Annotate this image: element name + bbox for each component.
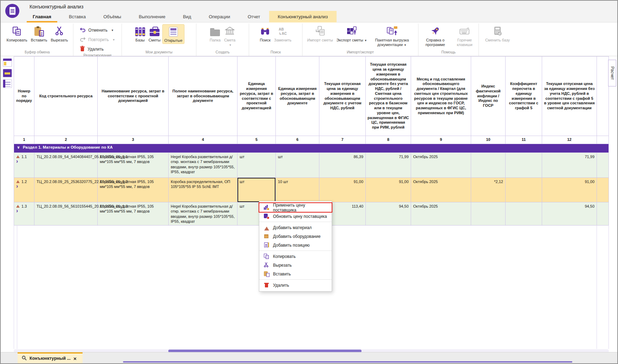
tab-glavnaya[interactable]: Главная [24,11,60,22]
row-number: 1.1 [21,154,27,159]
cell-index[interactable] [471,153,506,178]
cell-price-vat[interactable]: 91,00 [319,178,366,202]
tab-vid[interactable]: Вид [174,11,200,22]
bases-button[interactable]: Базы [134,24,147,43]
material-warning-icon [16,180,20,183]
menu-item-add-equipment[interactable]: Добавить оборудование [259,232,332,241]
col-num-7: 7 [319,136,366,144]
add-position-icon [264,242,269,248]
cell-coef[interactable] [506,153,542,178]
hotkeys-button[interactable]: Горячие клавиши [451,24,478,48]
cell-code[interactable]: ТЦ_20.2.08.09_54_5404084407_05.10.2025_0… [34,153,98,178]
search-button[interactable]: Поиск [258,24,272,43]
cell-name[interactable]: Коробка квадратная IP55, 105 мм*105 мм*5… [98,178,169,202]
delete-button[interactable]: Удалить [80,45,115,53]
undo-dropdown-icon[interactable]: ▼ [111,29,114,32]
cell-full-name[interactable]: Коробка распределительная, ОП 105*105*55… [169,178,238,202]
tab-vstavka[interactable]: Вставка [60,11,95,22]
cell-price-no-vat[interactable]: 91,00 [366,178,411,202]
cell-price-g5[interactable]: 71,99 [542,153,597,178]
cell-name[interactable]: Коробка квадратная IP55, 105 мм*105 мм*5… [98,202,169,226]
cell-price-g5[interactable]: 94,50 [542,202,597,226]
menu-item-apply-supplier-price[interactable]: Применить цену поставщика [259,203,332,212]
col-header-4: Полное наименование ресурса, затрат в об… [169,57,238,136]
cell-coef[interactable] [506,202,542,226]
row-expand-icon[interactable]: › [16,159,18,163]
ribbon-group-database: Сменить базу [479,24,516,56]
cell-name[interactable]: Коробка квадратная IP55, 105 мм*105 мм*5… [98,153,169,178]
section-collapse-icon[interactable]: ∨ [17,145,20,149]
redo-dropdown-icon[interactable]: ▼ [112,38,115,41]
bottom-scrollbar-thumb[interactable] [123,361,572,363]
folder-button[interactable]: Папка [208,24,222,43]
menu-separator [259,222,332,222]
copy-button[interactable]: Копировать [5,24,29,43]
row-expand-icon[interactable]: › [16,184,18,188]
cell-full-name[interactable]: Hegel Коробка разветвительная д/откр. мо… [169,202,238,226]
panel-briefcase-icon[interactable] [3,69,12,77]
cell-index[interactable]: *2,12 [471,178,506,202]
tab-operacii[interactable]: Операции [200,11,239,22]
tab-vypolnenie[interactable]: Выполнение [130,11,174,22]
cell-extra[interactable] [597,153,609,178]
cut-button[interactable]: Вырезать [49,24,70,43]
cell-month[interactable]: Октябрь 2025 [411,202,471,226]
side-tab-calculation[interactable]: Расчет [608,60,616,86]
tab-konyunkturny-analiz[interactable]: Конъюнктурный анализ [269,11,337,22]
col-header-11: Коэффициент пересчета в единицу измерени… [506,57,542,136]
cell-extra[interactable] [597,202,609,226]
open-documents-button[interactable]: Открытые [162,24,185,44]
keyboard-icon [459,27,470,37]
menu-item-add-material[interactable]: Добавить материал [259,223,332,232]
col-num-10: 10 [471,136,506,144]
tab-otchet[interactable]: Отчет [239,11,269,22]
row-number: 1.3 [21,204,27,209]
document-tab[interactable]: Конъюнктурный ... × [18,352,83,363]
cell-extra[interactable] [597,178,609,202]
cell-price-no-vat[interactable]: 71,99 [366,153,411,178]
cell-code[interactable]: ТЦ_20.2.08.09_25_2536320775_22.10.2025_0… [34,178,98,202]
panel-grid-icon[interactable] [3,58,12,67]
row-expand-icon[interactable]: › [16,209,18,213]
cell-unit-project-focused[interactable]: шт [238,178,276,202]
menu-item-update-supplier-price[interactable]: Обновить цену поставщика [259,212,332,221]
cell-code[interactable]: ТЦ_20.2.08.09_56_5610155445_20.10.2025_0… [34,202,98,226]
cell-unit-doc[interactable]: 10 шт [276,178,319,202]
export-dropdown-icon[interactable]: ▼ [364,39,367,42]
panel-list-icon[interactable] [3,79,12,88]
estimate-dropdown-icon[interactable]: ▼ [229,44,232,47]
cell-unit-project[interactable]: шт [238,153,276,178]
menu-item-add-position[interactable]: Добавить позицию [259,241,332,249]
batch-dropdown-icon[interactable]: ▼ [404,44,406,47]
cell-price-vat[interactable]: 86,39 [319,153,366,178]
import-estimate-button[interactable]: Импорт сметы [305,24,334,43]
app-logo-icon [5,4,19,18]
cell-month[interactable]: Октябрь 2025 [411,178,471,202]
cell-coef[interactable] [506,178,542,202]
estimates-button[interactable]: Сметы [147,24,162,43]
grid-edge-line [609,225,609,349]
cell-price-no-vat[interactable]: 94,50 [366,202,411,226]
menu-item-paste[interactable]: Вставить [259,269,332,278]
export-estimate-button[interactable]: Экспорт сметы▼ [335,24,369,43]
cell-index[interactable] [471,202,506,226]
menu-separator [259,251,332,251]
change-database-button[interactable]: Сменить базу [483,24,512,43]
menu-item-cut[interactable]: Вырезать [259,261,332,269]
estimate-create-button[interactable]: Смета▼ [222,24,237,48]
cell-month[interactable]: Октябрь 2025 [411,153,471,178]
cell-unit-doc[interactable]: шт [276,153,319,178]
menu-item-copy[interactable]: Копировать [259,252,332,261]
redo-button[interactable]: Повторить ▼ [80,36,115,44]
undo-button[interactable]: Отменить ▼ [80,26,115,34]
about-button[interactable]: Справка о программе [419,24,451,48]
add-equipment-icon [264,233,269,239]
replace-button[interactable]: AB↳AC Заменить [272,24,293,43]
tab-obyomy[interactable]: Объёмы [95,11,130,22]
close-icon[interactable]: × [73,356,77,362]
cell-full-name[interactable]: Hegel Коробка разветвительная д/откр. мо… [169,153,238,178]
cell-price-g5[interactable]: 91,00 [542,178,597,202]
batch-upload-button[interactable]: Пакетная выгрузка документации▼ [369,24,415,48]
menu-item-delete[interactable]: Удалить [259,281,332,290]
paste-button[interactable]: Вставить [29,24,49,43]
